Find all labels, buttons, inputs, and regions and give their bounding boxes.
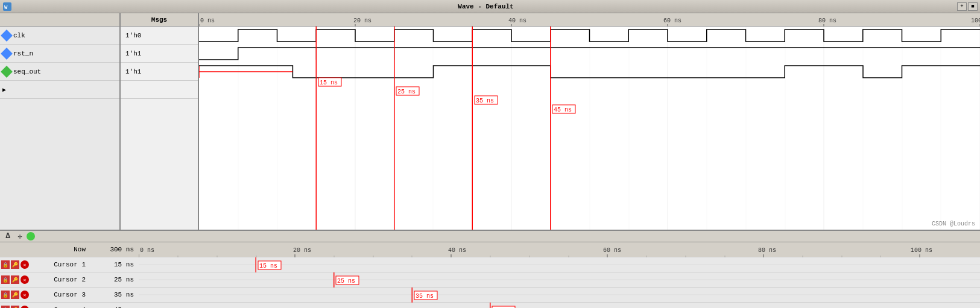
svg-text:100 ns: 100 ns: [971, 17, 980, 24]
svg-text:0 ns: 0 ns: [140, 247, 154, 254]
key-icon-4: 🔑: [11, 306, 19, 308]
bottom-toolbar: Δ ✛: [0, 231, 980, 242]
lock-icon-1: 🔒: [1, 260, 10, 269]
cursor-row-1: 🔒 🔑 ✕ Cursor 1 15 ns 15 ns: [0, 257, 980, 272]
signal-list: clk rst_n seq_out ▶: [0, 27, 119, 230]
seq-label: seq_out: [13, 68, 117, 75]
svg-text:W: W: [4, 5, 8, 11]
cursor-2-value: 25 ns: [90, 276, 139, 283]
cursor-1-icons: 🔒 🔑 ✕: [0, 260, 30, 269]
rst-label: rst_n: [13, 50, 117, 57]
cursor-2-icons: 🔒 🔑 ✕: [0, 275, 30, 284]
svg-text:60 ns: 60 ns: [663, 17, 681, 24]
wave-canvas[interactable]: 0 ns 20 ns 40 ns 60 ns 80 ns 100 ns: [199, 13, 980, 230]
now-label: Now: [30, 246, 90, 253]
cursor-row-3: 🔒 🔑 ✕ Cursor 3 35 ns 35 ns: [0, 288, 980, 303]
now-row: Now 300 ns 0 ns 20 ns 40 ns 60 ns 80 ns …: [0, 242, 980, 257]
signal-row-clk[interactable]: clk: [0, 27, 119, 45]
del-icon-1: ✕: [21, 260, 29, 269]
cursor-1-value: 15 ns: [90, 261, 139, 268]
del-icon-4: ✕: [21, 306, 29, 308]
close-button[interactable]: ■: [968, 2, 978, 11]
svg-text:40 ns: 40 ns: [508, 17, 526, 24]
signal-header: [0, 13, 119, 27]
title-bar: W Wave - Default + ■: [0, 0, 980, 13]
svg-text:80 ns: 80 ns: [818, 17, 836, 24]
cursor-row-4: 🔒 🔑 ✕ Cursor 4 45 ns 45 ns: [0, 303, 980, 308]
key-icon-1: 🔑: [11, 260, 19, 269]
bottom-panel: Δ ✛ Now 300 ns 0 ns 20 ns 40 ns 60 ns 80…: [0, 230, 980, 308]
cursor-rows: 🔒 🔑 ✕ Cursor 1 15 ns 15 ns: [0, 257, 980, 308]
waveform-area: clk rst_n seq_out ▶ Msgs 1'h0: [0, 13, 980, 230]
value-row-empty: [121, 81, 198, 99]
svg-text:15 ns: 15 ns: [259, 263, 277, 269]
svg-text:60 ns: 60 ns: [603, 247, 621, 254]
value-row-seq: 1'h1: [121, 63, 198, 81]
window-controls: + ■: [957, 2, 978, 11]
svg-text:40 ns: 40 ns: [448, 247, 466, 254]
expand-arrow: ▶: [2, 86, 6, 93]
svg-text:35 ns: 35 ns: [416, 293, 434, 300]
svg-text:45 ns: 45 ns: [554, 107, 572, 113]
lock-icon-2: 🔒: [1, 275, 10, 284]
svg-text:25 ns: 25 ns: [397, 89, 416, 95]
cursor-3-line-area: 35 ns: [139, 288, 980, 302]
add-button[interactable]: +: [957, 2, 967, 11]
app-icon: W: [2, 2, 12, 11]
clk-icon: [1, 30, 13, 42]
svg-text:35 ns: 35 ns: [476, 98, 494, 104]
seq-icon: [1, 66, 13, 78]
svg-text:20 ns: 20 ns: [353, 17, 371, 24]
signal-row-rst[interactable]: rst_n: [0, 45, 119, 63]
svg-text:80 ns: 80 ns: [758, 247, 776, 254]
window-title: Wave - Default: [14, 3, 957, 10]
green-dot: [27, 232, 35, 240]
signal-row-seq[interactable]: seq_out: [0, 63, 119, 81]
cursor-4-line-area: 45 ns: [139, 303, 980, 308]
timeline-svg: 0 ns 20 ns 40 ns 60 ns 80 ns 100 ns: [199, 13, 980, 27]
watermark-text: CSDN @Loudrs: [932, 221, 975, 227]
svg-text:25 ns: 25 ns: [337, 278, 355, 284]
cursor-3-icons: 🔒 🔑 ✕: [0, 291, 30, 299]
cursor-row-2: 🔒 🔑 ✕ Cursor 2 25 ns 25 ns: [0, 272, 980, 288]
signal-panel: clk rst_n seq_out ▶: [0, 13, 121, 230]
key-icon-2: 🔑: [11, 275, 19, 284]
value-row-rst: 1'h1: [121, 45, 198, 63]
key-icon-3: 🔑: [11, 291, 19, 299]
delta-icon[interactable]: Δ: [2, 231, 13, 242]
waveform-svg: 15 ns 25 ns 35 ns 45 ns: [199, 27, 980, 230]
main-container: clk rst_n seq_out ▶ Msgs 1'h0: [0, 13, 980, 308]
svg-text:100 ns: 100 ns: [911, 247, 932, 254]
cursor-1-line-area: 15 ns: [139, 257, 980, 272]
svg-text:0 ns: 0 ns: [200, 17, 215, 24]
msgs-header: Msgs: [121, 13, 198, 27]
cursor-4-icons: 🔒 🔑 ✕: [0, 306, 30, 308]
svg-text:20 ns: 20 ns: [293, 247, 311, 254]
svg-text:15 ns: 15 ns: [320, 80, 338, 86]
rst-icon: [1, 48, 13, 60]
cursor-2-line-area: 25 ns: [139, 272, 980, 287]
del-icon-3: ✕: [21, 291, 29, 299]
cursor-2-label: Cursor 2: [30, 276, 90, 283]
del-icon-2: ✕: [21, 275, 29, 284]
wave-body: 15 ns 25 ns 35 ns 45 ns CSDN @Loudrs: [199, 27, 980, 230]
now-value: 300 ns: [90, 246, 139, 253]
cursor-1-label: Cursor 1: [30, 261, 90, 268]
value-list: 1'h0 1'h1 1'h1: [121, 27, 198, 230]
lock-icon-3: 🔒: [1, 291, 10, 299]
value-row-clk: 1'h0: [121, 27, 198, 45]
value-panel: Msgs 1'h0 1'h1 1'h1: [121, 13, 199, 230]
lock-icon-4: 🔒: [1, 306, 10, 308]
cursor-3-label: Cursor 3: [30, 291, 90, 298]
bottom-timeline: 0 ns 20 ns 40 ns 60 ns 80 ns 100 ns: [139, 242, 980, 257]
clk-label: clk: [13, 32, 117, 39]
crosshair-icon[interactable]: ✛: [14, 231, 25, 242]
cursor-3-value: 35 ns: [90, 291, 139, 298]
